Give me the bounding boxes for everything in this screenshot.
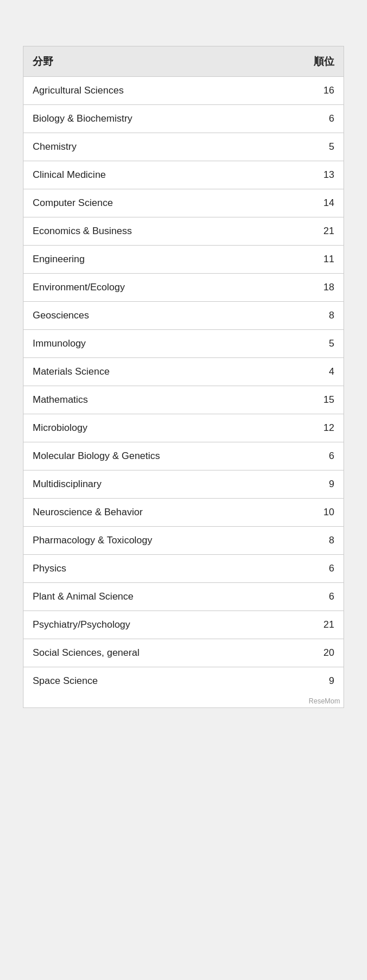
- data-table-wrapper: 分野 順位 Agricultural Sciences16Biology & B…: [23, 46, 344, 708]
- rank-cell: 5: [292, 330, 343, 358]
- table-row: Materials Science4: [24, 358, 343, 386]
- table-row: Economics & Business21: [24, 217, 343, 246]
- field-cell: Plant & Animal Science: [24, 583, 292, 611]
- rank-cell: 6: [292, 583, 343, 611]
- field-cell: Clinical Medicine: [24, 161, 292, 189]
- rank-cell: 6: [292, 555, 343, 583]
- rank-cell: 10: [292, 499, 343, 527]
- table-row: Chemistry5: [24, 133, 343, 161]
- field-cell: Physics: [24, 555, 292, 583]
- field-cell: Multidisciplinary: [24, 470, 292, 499]
- field-cell: Space Science: [24, 667, 292, 695]
- watermark: ReseMom: [24, 695, 343, 707]
- rank-cell: 6: [292, 442, 343, 470]
- field-cell: Molecular Biology & Genetics: [24, 442, 292, 470]
- rank-cell: 18: [292, 274, 343, 302]
- table-row: Multidisciplinary9: [24, 470, 343, 499]
- table-row: Clinical Medicine13: [24, 161, 343, 189]
- field-cell: Economics & Business: [24, 217, 292, 246]
- rank-cell: 16: [292, 77, 343, 105]
- rank-cell: 8: [292, 527, 343, 555]
- rank-cell: 9: [292, 470, 343, 499]
- field-cell: Geosciences: [24, 302, 292, 330]
- rank-cell: 8: [292, 302, 343, 330]
- field-column-header: 分野: [24, 46, 292, 77]
- rank-cell: 11: [292, 246, 343, 274]
- rank-cell: 5: [292, 133, 343, 161]
- field-cell: Chemistry: [24, 133, 292, 161]
- field-cell: Environment/Ecology: [24, 274, 292, 302]
- rank-cell: 9: [292, 667, 343, 695]
- rank-cell: 6: [292, 105, 343, 133]
- table-row: Geosciences8: [24, 302, 343, 330]
- table-row: Engineering11: [24, 246, 343, 274]
- rank-cell: 13: [292, 161, 343, 189]
- table-row: Mathematics15: [24, 386, 343, 414]
- field-cell: Computer Science: [24, 189, 292, 217]
- table-row: Neuroscience & Behavior10: [24, 499, 343, 527]
- table-row: Plant & Animal Science6: [24, 583, 343, 611]
- field-cell: Immunology: [24, 330, 292, 358]
- table-row: Computer Science14: [24, 189, 343, 217]
- rank-cell: 14: [292, 189, 343, 217]
- field-cell: Neuroscience & Behavior: [24, 499, 292, 527]
- rank-column-header: 順位: [292, 46, 343, 77]
- rankings-table: 分野 順位 Agricultural Sciences16Biology & B…: [24, 46, 343, 695]
- table-row: Environment/Ecology18: [24, 274, 343, 302]
- rank-cell: 20: [292, 639, 343, 667]
- page-container: 分野 順位 Agricultural Sciences16Biology & B…: [23, 11, 344, 708]
- field-cell: Engineering: [24, 246, 292, 274]
- field-cell: Mathematics: [24, 386, 292, 414]
- table-row: Social Sciences, general20: [24, 639, 343, 667]
- table-row: Agricultural Sciences16: [24, 77, 343, 105]
- rank-cell: 4: [292, 358, 343, 386]
- rank-cell: 15: [292, 386, 343, 414]
- table-row: Molecular Biology & Genetics6: [24, 442, 343, 470]
- field-cell: Social Sciences, general: [24, 639, 292, 667]
- table-header-row: 分野 順位: [24, 46, 343, 77]
- table-row: Immunology5: [24, 330, 343, 358]
- field-cell: Materials Science: [24, 358, 292, 386]
- table-row: Pharmacology & Toxicology8: [24, 527, 343, 555]
- table-row: Psychiatry/Psychology21: [24, 611, 343, 639]
- field-cell: Agricultural Sciences: [24, 77, 292, 105]
- table-row: Space Science9: [24, 667, 343, 695]
- rank-cell: 21: [292, 611, 343, 639]
- field-cell: Psychiatry/Psychology: [24, 611, 292, 639]
- table-row: Physics6: [24, 555, 343, 583]
- rank-cell: 21: [292, 217, 343, 246]
- field-cell: Biology & Biochemistry: [24, 105, 292, 133]
- rank-cell: 12: [292, 414, 343, 442]
- table-row: Biology & Biochemistry6: [24, 105, 343, 133]
- table-row: Microbiology12: [24, 414, 343, 442]
- field-cell: Pharmacology & Toxicology: [24, 527, 292, 555]
- field-cell: Microbiology: [24, 414, 292, 442]
